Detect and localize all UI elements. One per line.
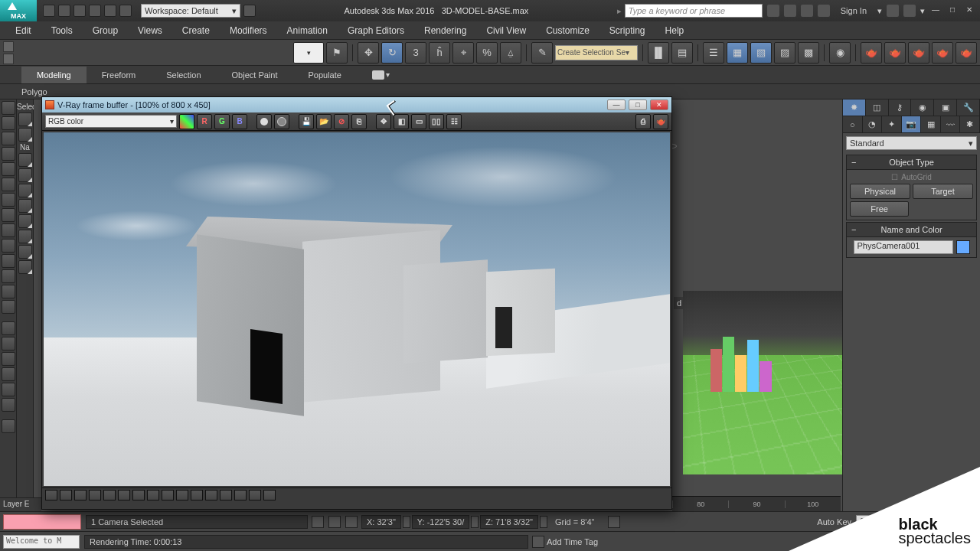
favorites-icon[interactable] bbox=[784, 5, 796, 17]
vfb-s11-icon[interactable] bbox=[191, 490, 203, 500]
ribbon-tab-modeling[interactable]: Modeling bbox=[21, 67, 87, 83]
qat-link-icon[interactable] bbox=[119, 5, 132, 17]
sub-spacewarps-icon[interactable]: 〰 bbox=[941, 116, 961, 132]
menu-grapheditors[interactable]: Graph Editors bbox=[338, 22, 413, 39]
close-button[interactable]: ✕ bbox=[963, 5, 975, 16]
ltool-15-icon[interactable] bbox=[2, 321, 15, 335]
l2tool-10-icon[interactable] bbox=[18, 260, 32, 274]
create-category-dropdown[interactable]: Standard▾ bbox=[846, 136, 977, 150]
render-setup-icon[interactable]: ◉ bbox=[829, 42, 851, 64]
vfb-channel-dropdown[interactable]: RGB color▾ bbox=[45, 115, 177, 128]
menu-help[interactable]: Help bbox=[656, 22, 694, 39]
object-name-input[interactable]: PhysCamera001 bbox=[854, 240, 953, 254]
l2tool-7-icon[interactable] bbox=[18, 214, 32, 228]
ltool-13-icon[interactable] bbox=[2, 285, 15, 298]
vfb-s8-icon[interactable] bbox=[147, 490, 159, 500]
pin-icon[interactable] bbox=[312, 516, 324, 528]
perspective-viewport[interactable] bbox=[683, 291, 842, 474]
ltool-18-icon[interactable] bbox=[2, 367, 15, 381]
mirror-icon[interactable]: ▐▌ bbox=[648, 42, 669, 64]
communication-center-icon[interactable] bbox=[767, 5, 779, 17]
sub-systems-icon[interactable]: ✱ bbox=[960, 116, 980, 132]
ltool-14-icon[interactable] bbox=[2, 300, 15, 314]
menu-tools[interactable]: Tools bbox=[42, 22, 82, 39]
ltool-5-icon[interactable] bbox=[2, 162, 15, 176]
l2tool-8-icon[interactable] bbox=[18, 230, 32, 243]
ltool-16-icon[interactable] bbox=[2, 337, 15, 350]
menu-modifiers[interactable]: Modifiers bbox=[220, 22, 276, 39]
rotate-tool-icon[interactable]: ↻ bbox=[381, 42, 403, 64]
ltool-6-icon[interactable] bbox=[2, 178, 15, 191]
vfb-s6-icon[interactable] bbox=[118, 490, 130, 500]
qat-save-icon[interactable] bbox=[74, 5, 86, 17]
vfb-s10-icon[interactable] bbox=[176, 490, 188, 500]
x-spinner[interactable] bbox=[403, 516, 410, 528]
chevron-right-icon[interactable]: ▸ bbox=[617, 6, 622, 16]
layer-bar[interactable]: Layer E bbox=[0, 497, 41, 511]
help-chevron-icon[interactable]: ▾ bbox=[920, 6, 925, 16]
vray-frame-buffer-window[interactable]: V-Ray frame buffer - [100% of 800 x 450]… bbox=[41, 96, 672, 510]
ribbon-tab-objectpaint[interactable]: Object Paint bbox=[217, 67, 293, 83]
ribbon-toggle-icon[interactable]: ▦ bbox=[727, 42, 748, 64]
workspace-dropdown[interactable]: Workspace: Default▾ bbox=[141, 4, 240, 18]
render-frame-icon[interactable]: 🫖 bbox=[861, 42, 882, 64]
ltool-19-icon[interactable] bbox=[2, 383, 15, 396]
coord-x[interactable]: X: 32'3" bbox=[361, 515, 401, 529]
add-time-tag-button[interactable]: Add Time Tag bbox=[547, 537, 598, 546]
vfb-teapot-icon[interactable]: 🫖 bbox=[653, 114, 668, 129]
vfb-print-icon[interactable]: ⎙ bbox=[635, 114, 651, 129]
menu-civilview[interactable]: Civil View bbox=[477, 22, 535, 39]
vfb-s1-icon[interactable] bbox=[45, 490, 57, 500]
signin-link[interactable]: Sign In bbox=[841, 6, 867, 15]
bookmark-icon[interactable]: ⚑ bbox=[326, 42, 348, 64]
vfb-region-icon[interactable]: ◧ bbox=[394, 114, 409, 129]
ltool-20-icon[interactable] bbox=[2, 398, 15, 412]
l2tool-3-icon[interactable] bbox=[18, 153, 32, 167]
autogrid-checkbox[interactable]: ☐AutoGrid bbox=[891, 173, 931, 181]
vfb-s12-icon[interactable] bbox=[205, 490, 217, 500]
use-center-icon[interactable]: ⌖ bbox=[452, 42, 474, 64]
render-iterative-icon[interactable]: 🫖 bbox=[932, 42, 953, 64]
vfb-open-icon[interactable]: 📂 bbox=[316, 114, 332, 129]
l2tool-4-icon[interactable] bbox=[18, 168, 32, 182]
vfb-history-icon[interactable]: ☷ bbox=[446, 114, 462, 129]
tab-display-icon[interactable]: ▣ bbox=[934, 99, 957, 116]
material-editor-icon[interactable]: ▩ bbox=[798, 42, 819, 64]
ribbon-camera-icon[interactable] bbox=[372, 70, 384, 80]
ltool-1-icon[interactable] bbox=[2, 101, 15, 115]
maximize-button[interactable]: □ bbox=[946, 5, 959, 16]
selection-lock-indicator[interactable] bbox=[3, 514, 81, 530]
vfb-alpha-icon[interactable] bbox=[274, 114, 289, 129]
render-production-icon[interactable]: 🫖 bbox=[908, 42, 929, 64]
scale-tool-icon[interactable]: 3 bbox=[405, 42, 426, 64]
render-last-icon[interactable]: 🫖 bbox=[884, 42, 906, 64]
tab-utilities-icon[interactable]: 🔧 bbox=[957, 99, 980, 116]
vfb-render-last-icon[interactable]: ▭ bbox=[411, 114, 426, 129]
keymode-icon[interactable] bbox=[608, 516, 620, 528]
l2tool-9-icon[interactable] bbox=[18, 245, 32, 259]
render-activeview-icon[interactable]: 🫖 bbox=[956, 42, 977, 64]
sub-helpers-icon[interactable]: ▦ bbox=[921, 116, 941, 132]
menu-animation[interactable]: Animation bbox=[278, 22, 337, 39]
vfb-s16-icon[interactable] bbox=[263, 490, 276, 500]
tab-modify-icon[interactable]: ◫ bbox=[866, 99, 889, 116]
vfb-s15-icon[interactable] bbox=[249, 490, 261, 500]
spinner-snap-icon[interactable]: ⍙ bbox=[500, 42, 521, 64]
minimize-button[interactable]: — bbox=[929, 5, 942, 16]
l2tool-6-icon[interactable] bbox=[18, 199, 32, 213]
ltool-9-icon[interactable] bbox=[2, 223, 15, 237]
isolate-icon[interactable] bbox=[345, 516, 358, 528]
tab-create-icon[interactable]: ✸ bbox=[843, 99, 866, 116]
ltool-10-icon[interactable] bbox=[2, 239, 15, 253]
vfb-s4-icon[interactable] bbox=[89, 490, 101, 500]
align-icon[interactable]: ▤ bbox=[671, 42, 693, 64]
vfb-copy-icon[interactable]: ⎘ bbox=[351, 114, 367, 129]
free-camera-button[interactable]: Free bbox=[850, 201, 909, 217]
selection-filter-dropdown[interactable]: ▾ bbox=[293, 42, 324, 64]
menu-customize[interactable]: Customize bbox=[537, 22, 599, 39]
vfb-green-channel-button[interactable]: G bbox=[214, 114, 230, 129]
rollout-object-type[interactable]: −Object Type bbox=[846, 155, 977, 170]
vfb-swatch-icon[interactable] bbox=[179, 114, 194, 129]
l2tool-5-icon[interactable] bbox=[18, 184, 32, 197]
l2tool-1-icon[interactable] bbox=[18, 112, 32, 126]
